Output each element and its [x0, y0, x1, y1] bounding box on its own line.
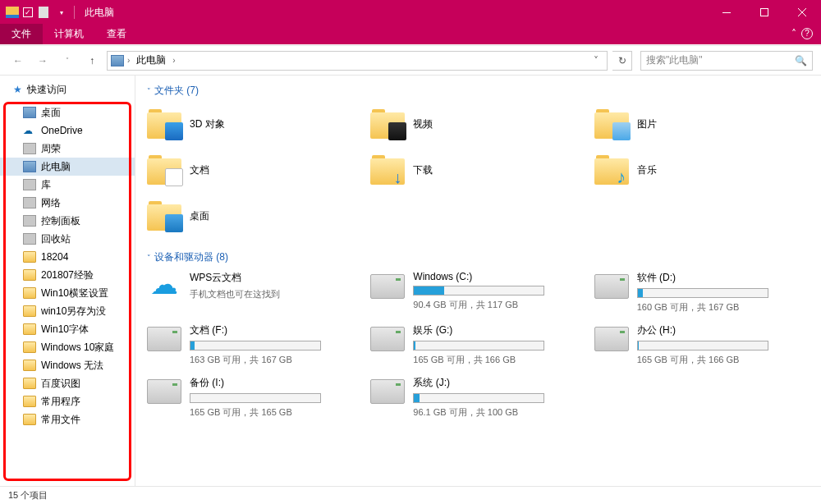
capacity-bar	[190, 341, 321, 351]
drive-item[interactable]: 娱乐 (G:) 165 GB 可用，共 166 GB	[370, 323, 585, 366]
sidebar-item[interactable]: 18204	[0, 248, 135, 266]
svg-rect-2	[39, 7, 48, 18]
tab-file[interactable]: 文件	[0, 24, 43, 44]
folder-icon	[23, 323, 36, 335]
drive-item[interactable]: Windows (C:) 90.4 GB 可用，共 117 GB	[370, 271, 585, 314]
folder-icon	[23, 396, 36, 407]
maximize-button[interactable]	[745, 0, 783, 25]
folder-icon	[23, 269, 36, 281]
drive-item[interactable]: 文档 (F:) 163 GB 可用，共 167 GB	[147, 323, 362, 366]
sidebar-item[interactable]: 桌面	[0, 103, 135, 121]
sidebar-item[interactable]: win10另存为没	[0, 302, 135, 320]
folder-item[interactable]: ↓ 下载	[370, 150, 585, 190]
sidebar-item[interactable]: ☁OneDrive	[0, 121, 135, 140]
ribbon-collapse-icon[interactable]: ˄	[791, 28, 796, 39]
sidebar-item[interactable]: 周荣	[0, 140, 135, 158]
sidebar-quick-access[interactable]: ★ 快速访问	[0, 80, 135, 99]
forward-button[interactable]: →	[33, 51, 53, 71]
status-bar: 15 个项目	[0, 486, 821, 504]
folder-icon	[147, 201, 181, 231]
sidebar-item[interactable]: 常用程序	[0, 392, 135, 410]
sidebar-item-label: 库	[41, 178, 51, 192]
close-button[interactable]	[783, 0, 821, 25]
drive-label: 娱乐 (G:)	[413, 323, 585, 337]
search-box[interactable]: 搜索"此电脑" 🔍	[640, 51, 813, 71]
help-icon[interactable]: ?	[801, 28, 813, 39]
folder-icon	[23, 341, 36, 353]
sidebar-item[interactable]: 控制面板	[0, 212, 135, 230]
up-button[interactable]: ↑	[82, 51, 102, 71]
drive-item[interactable]: ☁ WPS云文档 手机文档也可在这找到	[147, 271, 362, 314]
section-folders[interactable]: ˅ 文件夹 (7)	[147, 84, 810, 98]
minimize-button[interactable]	[708, 0, 745, 25]
capacity-bar	[637, 288, 768, 298]
drive-item[interactable]: 系统 (J:) 96.1 GB 可用，共 100 GB	[370, 376, 585, 419]
pc-icon	[111, 55, 124, 66]
drive-label: 文档 (F:)	[190, 323, 362, 337]
tab-computer[interactable]: 计算机	[43, 24, 95, 44]
sidebar-item-label: 桌面	[41, 106, 61, 120]
quick-access-toolbar: ✓ ▾	[0, 5, 69, 20]
chevron-right-icon[interactable]: ›	[172, 56, 175, 65]
folder-icon	[147, 155, 181, 185]
sidebar-item[interactable]: 网络	[0, 194, 135, 212]
caret-down-icon: ˅	[147, 87, 151, 95]
folder-item[interactable]: 文档	[147, 150, 362, 190]
sidebar-item[interactable]: Windows 10家庭	[0, 338, 135, 356]
sidebar-item-label: Windows 无法	[41, 359, 103, 373]
folder-icon	[23, 287, 36, 299]
capacity-bar	[413, 393, 544, 403]
folder-icon	[23, 378, 36, 389]
sidebar-item[interactable]: 常用文件	[0, 410, 135, 428]
folder-item[interactable]: 3D 对象	[147, 104, 362, 144]
tab-view[interactable]: 查看	[95, 24, 138, 44]
checkbox-icon[interactable]: ✓	[23, 7, 33, 17]
section-label: 文件夹 (7)	[154, 84, 199, 98]
breadcrumb[interactable]: 此电脑	[133, 53, 169, 67]
drive-sublabel: 165 GB 可用，共 166 GB	[413, 354, 585, 366]
drive-item[interactable]: 备份 (I:) 165 GB 可用，共 165 GB	[147, 376, 362, 419]
address-bar[interactable]: › 此电脑 › ˅	[107, 51, 608, 71]
explorer-icon	[5, 5, 20, 20]
sidebar-item[interactable]: 回收站	[0, 230, 135, 248]
properties-icon[interactable]	[36, 5, 51, 20]
address-dropdown-icon[interactable]: ˅	[589, 55, 603, 66]
sidebar-item[interactable]: 百度识图	[0, 374, 135, 392]
drive-item[interactable]: 办公 (H:) 165 GB 可用，共 166 GB	[594, 323, 810, 366]
recent-dropdown[interactable]: ˅	[57, 51, 77, 71]
sidebar-item[interactable]: 此电脑	[0, 158, 135, 176]
separator	[74, 6, 75, 19]
drive-icon	[594, 327, 629, 351]
folder-item[interactable]: 图片	[594, 104, 810, 144]
drive-label: WPS云文档	[190, 271, 362, 285]
drive-item[interactable]: 软件 (D:) 160 GB 可用，共 167 GB	[594, 271, 810, 314]
sidebar-item-label: Win10字体	[41, 323, 89, 337]
ctrl-icon	[23, 215, 36, 227]
drive-sublabel: 163 GB 可用，共 167 GB	[190, 354, 362, 366]
folder-item[interactable]: 桌面	[147, 196, 362, 236]
caret-down-icon: ˅	[147, 254, 151, 262]
drive-sublabel: 160 GB 可用，共 167 GB	[637, 301, 810, 314]
sidebar-item[interactable]: Win10字体	[0, 320, 135, 338]
sidebar-item[interactable]: 201807经验	[0, 266, 135, 284]
sidebar-item[interactable]: Win10横竖设置	[0, 284, 135, 302]
folder-icon	[594, 109, 629, 139]
chevron-right-icon[interactable]: ›	[127, 56, 130, 65]
drive-sublabel: 165 GB 可用，共 166 GB	[637, 354, 810, 366]
qat-dropdown-icon[interactable]: ▾	[54, 5, 69, 20]
section-drives[interactable]: ˅ 设备和驱动器 (8)	[147, 250, 810, 264]
drive-icon	[147, 379, 181, 404]
sidebar-item[interactable]: Windows 无法	[0, 356, 135, 374]
svg-rect-0	[6, 7, 19, 15]
user-icon	[23, 143, 36, 154]
folder-label: 下载	[413, 163, 433, 177]
sidebar-item-label: 网络	[41, 196, 61, 210]
back-button[interactable]: ←	[8, 51, 28, 71]
drive-sublabel: 手机文档也可在这找到	[190, 288, 362, 300]
sidebar-item[interactable]: 库	[0, 176, 135, 194]
folder-item[interactable]: ♪ 音乐	[594, 150, 810, 190]
refresh-button[interactable]: ↻	[612, 51, 632, 71]
drive-icon	[370, 379, 405, 404]
net-icon	[23, 197, 36, 208]
folder-item[interactable]: 视频	[370, 104, 585, 144]
